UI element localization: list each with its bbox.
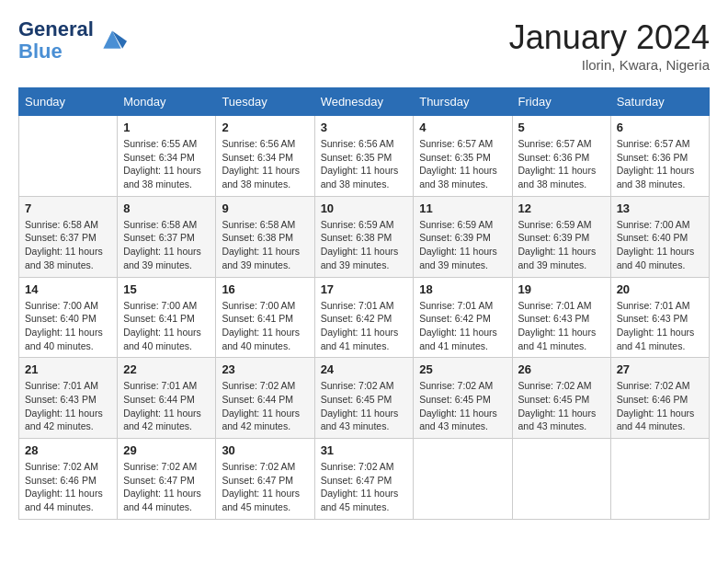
calendar-cell bbox=[414, 439, 512, 520]
cell-info: Sunrise: 7:01 AMSunset: 6:43 PMDaylight:… bbox=[25, 379, 111, 433]
day-number: 9 bbox=[222, 201, 308, 215]
header-thursday: Thursday bbox=[414, 88, 512, 116]
month-title: January 2024 bbox=[509, 18, 710, 57]
calendar-cell: 9Sunrise: 6:58 AMSunset: 6:38 PMDaylight… bbox=[216, 196, 314, 277]
day-number: 26 bbox=[518, 362, 605, 376]
cell-info: Sunrise: 7:02 AMSunset: 6:45 PMDaylight:… bbox=[518, 379, 605, 433]
calendar-cell: 26Sunrise: 7:02 AMSunset: 6:45 PMDayligh… bbox=[512, 358, 610, 439]
day-number: 1 bbox=[123, 121, 210, 134]
calendar-cell: 25Sunrise: 7:02 AMSunset: 6:45 PMDayligh… bbox=[414, 358, 512, 439]
header-monday: Monday bbox=[118, 88, 216, 116]
cell-info: Sunrise: 6:56 AMSunset: 6:34 PMDaylight:… bbox=[222, 137, 308, 191]
header-wednesday: Wednesday bbox=[314, 88, 414, 116]
calendar-cell: 8Sunrise: 6:58 AMSunset: 6:37 PMDaylight… bbox=[118, 196, 216, 277]
header-saturday: Saturday bbox=[610, 88, 709, 116]
logo-icon bbox=[97, 28, 127, 53]
cell-info: Sunrise: 7:00 AMSunset: 6:40 PMDaylight:… bbox=[25, 299, 111, 353]
day-number: 10 bbox=[321, 201, 408, 215]
cell-info: Sunrise: 6:57 AMSunset: 6:36 PMDaylight:… bbox=[617, 137, 703, 191]
calendar-cell: 31Sunrise: 7:02 AMSunset: 6:47 PMDayligh… bbox=[314, 439, 414, 520]
calendar-cell: 20Sunrise: 7:01 AMSunset: 6:43 PMDayligh… bbox=[610, 277, 709, 358]
cell-info: Sunrise: 7:02 AMSunset: 6:45 PMDaylight:… bbox=[419, 379, 506, 433]
cell-info: Sunrise: 6:59 AMSunset: 6:39 PMDaylight:… bbox=[419, 218, 506, 272]
calendar-cell: 3Sunrise: 6:56 AMSunset: 6:35 PMDaylight… bbox=[314, 116, 414, 197]
calendar-cell: 27Sunrise: 7:02 AMSunset: 6:46 PMDayligh… bbox=[610, 358, 709, 439]
day-number: 12 bbox=[518, 201, 605, 215]
day-number: 5 bbox=[518, 121, 605, 134]
cell-info: Sunrise: 7:00 AMSunset: 6:41 PMDaylight:… bbox=[222, 299, 308, 353]
calendar-cell: 15Sunrise: 7:00 AMSunset: 6:41 PMDayligh… bbox=[118, 277, 216, 358]
day-number: 6 bbox=[617, 121, 703, 134]
calendar-cell bbox=[512, 439, 610, 520]
calendar-cell: 13Sunrise: 7:00 AMSunset: 6:40 PMDayligh… bbox=[610, 196, 709, 277]
calendar-cell: 19Sunrise: 7:01 AMSunset: 6:43 PMDayligh… bbox=[512, 277, 610, 358]
calendar-cell: 30Sunrise: 7:02 AMSunset: 6:47 PMDayligh… bbox=[216, 439, 314, 520]
cell-info: Sunrise: 6:58 AMSunset: 6:37 PMDaylight:… bbox=[25, 218, 111, 272]
day-number: 23 bbox=[222, 362, 308, 376]
cell-info: Sunrise: 6:57 AMSunset: 6:36 PMDaylight:… bbox=[518, 137, 605, 191]
cell-info: Sunrise: 7:02 AMSunset: 6:46 PMDaylight:… bbox=[617, 379, 703, 433]
calendar-header-row: SundayMondayTuesdayWednesdayThursdayFrid… bbox=[19, 88, 710, 116]
day-number: 20 bbox=[617, 282, 703, 296]
location: Ilorin, Kwara, Nigeria bbox=[509, 57, 710, 73]
cell-info: Sunrise: 7:02 AMSunset: 6:47 PMDaylight:… bbox=[222, 460, 308, 514]
day-number: 8 bbox=[123, 201, 210, 215]
day-number: 14 bbox=[25, 282, 111, 296]
day-number: 19 bbox=[518, 282, 605, 296]
cell-info: Sunrise: 6:58 AMSunset: 6:37 PMDaylight:… bbox=[123, 218, 210, 272]
calendar-cell: 11Sunrise: 6:59 AMSunset: 6:39 PMDayligh… bbox=[414, 196, 512, 277]
day-number: 25 bbox=[419, 362, 506, 376]
calendar-cell: 22Sunrise: 7:01 AMSunset: 6:44 PMDayligh… bbox=[118, 358, 216, 439]
cell-info: Sunrise: 6:59 AMSunset: 6:39 PMDaylight:… bbox=[518, 218, 605, 272]
cell-info: Sunrise: 7:00 AMSunset: 6:40 PMDaylight:… bbox=[617, 218, 703, 272]
header-tuesday: Tuesday bbox=[216, 88, 314, 116]
day-number: 29 bbox=[123, 443, 210, 457]
day-number: 16 bbox=[222, 282, 308, 296]
header-friday: Friday bbox=[512, 88, 610, 116]
logo-blue: Blue bbox=[18, 40, 63, 63]
day-number: 27 bbox=[617, 362, 703, 376]
cell-info: Sunrise: 7:02 AMSunset: 6:44 PMDaylight:… bbox=[222, 379, 308, 433]
calendar-cell: 23Sunrise: 7:02 AMSunset: 6:44 PMDayligh… bbox=[216, 358, 314, 439]
calendar-cell: 24Sunrise: 7:02 AMSunset: 6:45 PMDayligh… bbox=[314, 358, 414, 439]
calendar-cell: 1Sunrise: 6:55 AMSunset: 6:34 PMDaylight… bbox=[118, 116, 216, 197]
calendar-cell: 21Sunrise: 7:01 AMSunset: 6:43 PMDayligh… bbox=[19, 358, 118, 439]
logo: General Blue bbox=[18, 18, 127, 63]
week-row-2: 7Sunrise: 6:58 AMSunset: 6:37 PMDaylight… bbox=[19, 196, 710, 277]
calendar-cell bbox=[19, 116, 118, 197]
day-number: 31 bbox=[321, 443, 408, 457]
calendar-cell: 5Sunrise: 6:57 AMSunset: 6:36 PMDaylight… bbox=[512, 116, 610, 197]
calendar-cell bbox=[610, 439, 709, 520]
week-row-1: 1Sunrise: 6:55 AMSunset: 6:34 PMDaylight… bbox=[19, 116, 710, 197]
calendar-cell: 16Sunrise: 7:00 AMSunset: 6:41 PMDayligh… bbox=[216, 277, 314, 358]
calendar-cell: 17Sunrise: 7:01 AMSunset: 6:42 PMDayligh… bbox=[314, 277, 414, 358]
cell-info: Sunrise: 7:01 AMSunset: 6:42 PMDaylight:… bbox=[321, 299, 408, 353]
day-number: 30 bbox=[222, 443, 308, 457]
week-row-3: 14Sunrise: 7:00 AMSunset: 6:40 PMDayligh… bbox=[19, 277, 710, 358]
day-number: 28 bbox=[25, 443, 111, 457]
cell-info: Sunrise: 7:01 AMSunset: 6:43 PMDaylight:… bbox=[617, 299, 703, 353]
calendar-cell: 14Sunrise: 7:00 AMSunset: 6:40 PMDayligh… bbox=[19, 277, 118, 358]
calendar-cell: 7Sunrise: 6:58 AMSunset: 6:37 PMDaylight… bbox=[19, 196, 118, 277]
calendar-cell: 10Sunrise: 6:59 AMSunset: 6:38 PMDayligh… bbox=[314, 196, 414, 277]
cell-info: Sunrise: 6:56 AMSunset: 6:35 PMDaylight:… bbox=[321, 137, 408, 191]
cell-info: Sunrise: 6:58 AMSunset: 6:38 PMDaylight:… bbox=[222, 218, 308, 272]
day-number: 11 bbox=[419, 201, 506, 215]
day-number: 7 bbox=[25, 201, 111, 215]
cell-info: Sunrise: 7:01 AMSunset: 6:44 PMDaylight:… bbox=[123, 379, 210, 433]
cell-info: Sunrise: 7:01 AMSunset: 6:43 PMDaylight:… bbox=[518, 299, 605, 353]
calendar-cell: 18Sunrise: 7:01 AMSunset: 6:42 PMDayligh… bbox=[414, 277, 512, 358]
cell-info: Sunrise: 7:02 AMSunset: 6:45 PMDaylight:… bbox=[321, 379, 408, 433]
logo-text: General Blue bbox=[18, 18, 127, 63]
day-number: 3 bbox=[321, 121, 408, 134]
calendar-cell: 4Sunrise: 6:57 AMSunset: 6:35 PMDaylight… bbox=[414, 116, 512, 197]
calendar-cell: 29Sunrise: 7:02 AMSunset: 6:47 PMDayligh… bbox=[118, 439, 216, 520]
cell-info: Sunrise: 6:57 AMSunset: 6:35 PMDaylight:… bbox=[419, 137, 506, 191]
day-number: 18 bbox=[419, 282, 506, 296]
day-number: 21 bbox=[25, 362, 111, 376]
cell-info: Sunrise: 7:01 AMSunset: 6:42 PMDaylight:… bbox=[419, 299, 506, 353]
day-number: 17 bbox=[321, 282, 408, 296]
cell-info: Sunrise: 6:59 AMSunset: 6:38 PMDaylight:… bbox=[321, 218, 408, 272]
week-row-5: 28Sunrise: 7:02 AMSunset: 6:46 PMDayligh… bbox=[19, 439, 710, 520]
day-number: 22 bbox=[123, 362, 210, 376]
